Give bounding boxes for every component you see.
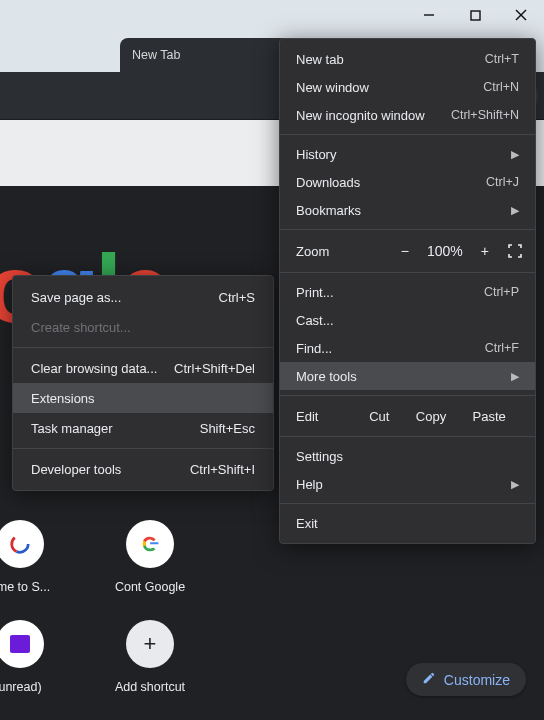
menu-new-window[interactable]: New window Ctrl+N [280,73,535,101]
menu-new-incognito[interactable]: New incognito window Ctrl+Shift+N [280,101,535,129]
menu-item-label: Developer tools [31,462,121,477]
chevron-right-icon: ▶ [511,478,519,491]
menu-new-tab[interactable]: New tab Ctrl+T [280,45,535,73]
shortcut-icon [0,520,44,568]
menu-item-shortcut: Ctrl+F [485,341,519,355]
menu-item-shortcut: Ctrl+N [483,80,519,94]
shortcut-row: unread) + Add shortcut [0,620,195,694]
menu-separator [13,347,273,348]
chevron-right-icon: ▶ [511,148,519,161]
menu-item-shortcut: Shift+Esc [200,421,255,436]
menu-separator [280,436,535,437]
menu-item-label: Settings [296,449,343,464]
shortcut-label: ome to S... [0,580,50,594]
window-titlebar [0,0,544,30]
menu-item-label: Downloads [296,175,360,190]
menu-item-label: Print... [296,285,334,300]
copy-button[interactable]: Copy [416,409,446,424]
add-shortcut-circle: + [126,620,174,668]
menu-item-label: More tools [296,369,357,384]
menu-downloads[interactable]: Downloads Ctrl+J [280,168,535,196]
menu-item-shortcut: Ctrl+S [219,290,255,305]
maximize-button[interactable] [452,0,498,30]
menu-separator [280,229,535,230]
add-shortcut[interactable]: + Add shortcut [105,620,195,694]
shortcut-chip[interactable]: ome to S... [0,520,65,594]
menu-print[interactable]: Print... Ctrl+P [280,278,535,306]
minimize-button[interactable] [406,0,452,30]
menu-item-shortcut: Ctrl+Shift+I [190,462,255,477]
submenu-extensions[interactable]: Extensions [13,383,273,413]
plus-icon: + [144,631,157,657]
menu-more-tools[interactable]: More tools ▶ [280,362,535,390]
menu-item-label: Save page as... [31,290,121,305]
menu-item-label: Cast... [296,313,334,328]
shortcut-label: unread) [0,680,42,694]
edit-label: Edit [296,409,356,424]
customize-label: Customize [444,672,510,688]
menu-item-label: Task manager [31,421,113,436]
close-window-button[interactable] [498,0,544,30]
menu-item-shortcut: Ctrl+Shift+N [451,108,519,122]
shortcut-icon [0,620,44,668]
menu-settings[interactable]: Settings [280,442,535,470]
menu-find[interactable]: Find... Ctrl+F [280,334,535,362]
main-menu: New tab Ctrl+T New window Ctrl+N New inc… [279,38,536,544]
menu-help[interactable]: Help ▶ [280,470,535,498]
menu-edit-row: Edit Cut Copy Paste [280,401,535,431]
tab-title: New Tab [132,48,180,62]
menu-separator [13,448,273,449]
more-tools-submenu: Save page as... Ctrl+S Create shortcut..… [12,275,274,491]
menu-item-shortcut: Ctrl+T [485,52,519,66]
menu-item-label: Extensions [31,391,95,406]
menu-bookmarks[interactable]: Bookmarks ▶ [280,196,535,224]
menu-item-label: Create shortcut... [31,320,131,335]
menu-separator [280,134,535,135]
menu-item-label: Find... [296,341,332,356]
submenu-developer-tools[interactable]: Developer tools Ctrl+Shift+I [13,454,273,484]
shortcut-label: Cont Google [115,580,185,594]
shortcut-chip[interactable]: Cont Google [105,520,195,594]
menu-item-label: History [296,147,336,162]
menu-item-label: Bookmarks [296,203,361,218]
chevron-right-icon: ▶ [511,204,519,217]
menu-item-label: New tab [296,52,344,67]
menu-separator [280,272,535,273]
menu-cast[interactable]: Cast... [280,306,535,334]
customize-button[interactable]: Customize [406,663,526,696]
menu-item-shortcut: Ctrl+J [486,175,519,189]
paste-button[interactable]: Paste [473,409,506,424]
fullscreen-icon[interactable] [507,243,523,259]
submenu-create-shortcut: Create shortcut... [13,312,273,342]
svg-rect-1 [471,11,480,20]
submenu-clear-browsing-data[interactable]: Clear browsing data... Ctrl+Shift+Del [13,353,273,383]
shortcut-icon [126,520,174,568]
pencil-icon [422,671,436,688]
mail-icon [10,635,30,653]
tabstrip-spacer [0,30,120,72]
zoom-value: 100% [427,243,463,259]
zoom-in-button[interactable]: + [481,243,489,259]
menu-item-shortcut: Ctrl+P [484,285,519,299]
zoom-out-button[interactable]: − [401,243,409,259]
menu-item-shortcut: Ctrl+Shift+Del [174,361,255,376]
menu-item-label: New incognito window [296,108,425,123]
menu-exit[interactable]: Exit [280,509,535,537]
menu-zoom: Zoom − 100% + [280,235,535,267]
submenu-save-page[interactable]: Save page as... Ctrl+S [13,282,273,312]
menu-separator [280,395,535,396]
zoom-label: Zoom [296,244,329,259]
shortcut-row: ome to S... Cont Google [0,520,195,594]
menu-item-label: Clear browsing data... [31,361,157,376]
shortcut-label: Add shortcut [115,680,185,694]
menu-separator [280,503,535,504]
chevron-right-icon: ▶ [511,370,519,383]
menu-item-label: Help [296,477,323,492]
menu-item-label: Exit [296,516,318,531]
submenu-task-manager[interactable]: Task manager Shift+Esc [13,413,273,443]
shortcut-chip[interactable]: unread) [0,620,65,694]
menu-history[interactable]: History ▶ [280,140,535,168]
cut-button[interactable]: Cut [369,409,389,424]
menu-item-label: New window [296,80,369,95]
